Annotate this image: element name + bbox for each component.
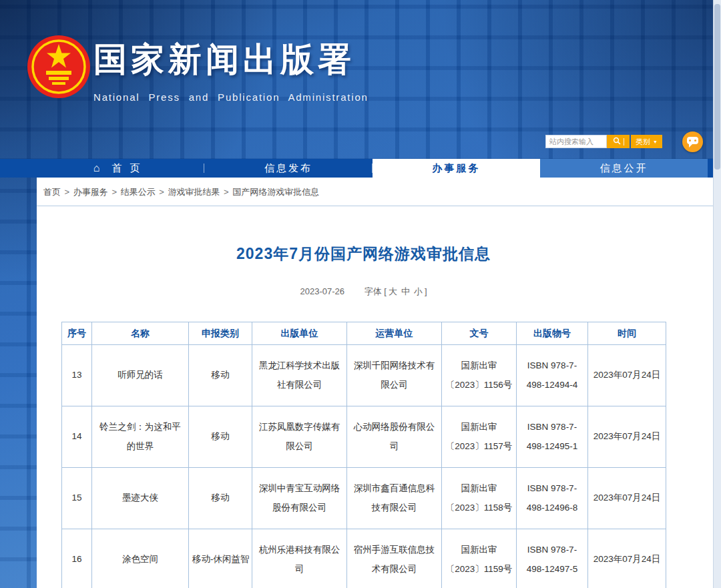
main-nav: ⌂首页信息发布办事服务信息公开 <box>37 159 708 178</box>
column-header-isbn: 出版物号 <box>517 322 588 345</box>
site-title: 国家新闻出版署 National Press and Publication A… <box>93 37 369 103</box>
cell-date: 2023年07月24日 <box>588 529 666 588</box>
approval-table: 序号名称申报类别出版单位运营单位文号出版物号时间 13听师兄的话移动黑龙江科学技… <box>61 322 666 588</box>
cell-isbn: ISBN 978-7-498-12495-1 <box>517 406 588 468</box>
search-input[interactable] <box>545 135 607 148</box>
bracket-close: ] <box>425 286 427 296</box>
cell-publisher: 江苏凤凰数字传媒有限公司 <box>252 406 347 468</box>
page: 国家新闻出版署 National Press and Publication A… <box>0 0 721 588</box>
column-header-name: 名称 <box>92 322 189 345</box>
cell-doc-no: 国新出审〔2023〕1156号 <box>442 345 517 406</box>
navbar: ⌂首页信息发布办事服务信息公开 <box>0 159 721 178</box>
table-row: 16涂色空间移动-休闲益智杭州乐港科技有限公司宿州手游互联信息技术有限公司国新出… <box>62 529 666 588</box>
cell-category: 移动-休闲益智 <box>189 529 252 588</box>
cell-isbn: ISBN 978-7-498-12496-8 <box>517 468 588 529</box>
scrollbar-thumb[interactable] <box>714 4 720 170</box>
cell-name: 听师兄的话 <box>92 345 189 406</box>
cell-date: 2023年07月24日 <box>588 406 666 468</box>
column-header-category: 申报类别 <box>189 322 252 345</box>
cell-doc-no: 国新出审〔2023〕1157号 <box>442 406 517 468</box>
article-meta: 2023-07-26 字体 [大中小] <box>61 286 666 298</box>
article-head: 2023年7月份国产网络游戏审批信息 2023-07-26 字体 [大中小] <box>61 244 666 298</box>
column-header-operator: 运营单位 <box>347 322 442 345</box>
chat-bubble-icon <box>687 137 698 144</box>
breadcrumb-item[interactable]: 办事服务 <box>73 187 108 197</box>
breadcrumb-separator: > <box>109 187 119 197</box>
cell-category: 移动 <box>189 406 252 468</box>
cell-publisher: 杭州乐港科技有限公司 <box>252 529 347 588</box>
breadcrumb-separator: > <box>157 187 167 197</box>
breadcrumb-separator: > <box>62 187 72 197</box>
table-row: 13听师兄的话移动黑龙江科学技术出版社有限公司深圳千阳网络技术有限公司国新出审〔… <box>62 345 666 406</box>
breadcrumb-item[interactable]: 首页 <box>43 187 61 197</box>
column-header-doc-no: 文号 <box>442 322 517 345</box>
cell-operator: 深圳市鑫百通信息科技有限公司 <box>347 468 442 529</box>
cell-seq: 16 <box>62 529 92 588</box>
cell-seq: 15 <box>62 468 92 529</box>
search-divider <box>624 138 624 145</box>
cell-seq: 13 <box>62 345 92 406</box>
column-header-publisher: 出版单位 <box>252 322 347 345</box>
breadcrumb-separator: > <box>221 187 231 197</box>
breadcrumb-item[interactable]: 结果公示 <box>121 187 156 197</box>
site-banner: 国家新闻出版署 National Press and Publication A… <box>0 0 721 159</box>
cell-date: 2023年07月24日 <box>588 468 666 529</box>
cell-name: 铃兰之剑：为这和平的世界 <box>92 406 189 468</box>
nav-item-label: 办事服务 <box>432 162 480 175</box>
cell-category: 移动 <box>189 345 252 406</box>
home-icon: ⌂ <box>93 163 100 174</box>
category-label: 类别 <box>636 137 650 147</box>
cell-date: 2023年07月24日 <box>588 345 666 406</box>
cell-name: 涂色空间 <box>92 529 189 588</box>
nav-item-info-release[interactable]: 信息发布 <box>204 159 372 178</box>
breadcrumb: 首页 > 办事服务 > 结果公示 > 游戏审批结果 > 国产网络游戏审批信息 <box>37 178 713 206</box>
font-size-option-large[interactable]: 大 <box>389 286 397 296</box>
cell-operator: 宿州手游互联信息技术有限公司 <box>347 529 442 588</box>
cell-name: 墨迹大侠 <box>92 468 189 529</box>
cell-category: 移动 <box>189 468 252 529</box>
font-size-option-small[interactable]: 小 <box>414 286 423 296</box>
breadcrumb-item[interactable]: 游戏审批结果 <box>168 187 220 197</box>
publish-date: 2023-07-26 <box>300 286 345 296</box>
column-header-date: 时间 <box>588 322 666 345</box>
search-bar: 类别 ▼ <box>545 135 662 148</box>
font-label: 字体 <box>365 286 385 296</box>
site-title-cn: 国家新闻出版署 <box>93 37 369 82</box>
nav-item-label: 信息发布 <box>264 162 312 175</box>
scrollbar[interactable] <box>713 0 721 588</box>
chevron-down-icon: ▼ <box>653 139 658 144</box>
cell-isbn: ISBN 978-7-498-12494-4 <box>517 345 588 406</box>
cell-seq: 14 <box>62 406 92 468</box>
site-title-en: National Press and Publication Administr… <box>93 91 369 103</box>
font-size-option-medium[interactable]: 中 <box>401 286 410 296</box>
page-title: 2023年7月份国产网络游戏审批信息 <box>61 244 666 264</box>
nav-item-home[interactable]: ⌂首页 <box>37 159 204 178</box>
column-header-seq: 序号 <box>62 322 92 345</box>
cell-doc-no: 国新出审〔2023〕1159号 <box>442 529 517 588</box>
category-dropdown[interactable]: 类别 ▼ <box>631 135 662 148</box>
table-row: 14铃兰之剑：为这和平的世界移动江苏凤凰数字传媒有限公司心动网络股份有限公司国新… <box>62 406 666 468</box>
breadcrumb-item: 国产网络游戏审批信息 <box>232 187 319 197</box>
cell-isbn: ISBN 978-7-498-12497-5 <box>517 529 588 588</box>
search-icon <box>613 137 621 147</box>
table-body: 13听师兄的话移动黑龙江科学技术出版社有限公司深圳千阳网络技术有限公司国新出审〔… <box>62 345 666 588</box>
bracket-open: [ <box>384 286 387 296</box>
cell-operator: 心动网络股份有限公司 <box>347 406 442 468</box>
content-panel: 首页 > 办事服务 > 结果公示 > 游戏审批结果 > 国产网络游戏审批信息 2… <box>37 178 713 588</box>
nav-item-info-disclosure[interactable]: 信息公开 <box>540 159 708 178</box>
table-header-row: 序号名称申报类别出版单位运营单位文号出版物号时间 <box>62 322 666 345</box>
table-row: 15墨迹大侠移动深圳中青宝互动网络股份有限公司深圳市鑫百通信息科技有限公司国新出… <box>62 468 666 529</box>
cell-operator: 深圳千阳网络技术有限公司 <box>347 345 442 406</box>
search-button[interactable] <box>607 135 630 148</box>
customer-service-icon[interactable] <box>682 131 703 152</box>
cell-publisher: 深圳中青宝互动网络股份有限公司 <box>252 468 347 529</box>
cell-publisher: 黑龙江科学技术出版社有限公司 <box>252 345 347 406</box>
cell-doc-no: 国新出审〔2023〕1158号 <box>442 468 517 529</box>
national-emblem-logo <box>25 33 92 100</box>
font-size-controls: 字体 [大中小] <box>365 286 427 296</box>
nav-item-label: 首页 <box>111 162 148 175</box>
nav-item-services[interactable]: 办事服务 <box>373 159 540 178</box>
nav-item-label: 信息公开 <box>599 162 648 175</box>
